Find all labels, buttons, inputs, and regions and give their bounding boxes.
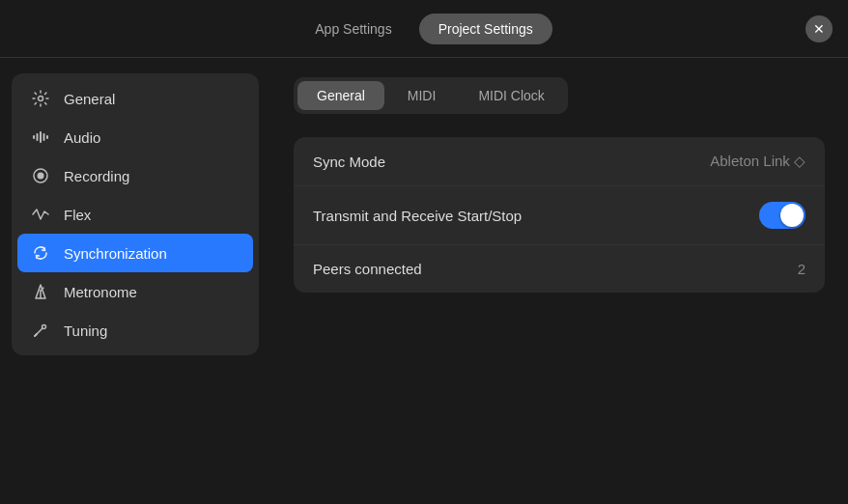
svg-rect-5 <box>46 135 48 139</box>
toggle-container <box>759 202 806 229</box>
sidebar: General Audio <box>0 58 270 504</box>
audio-icon <box>31 127 50 147</box>
transmit-row: Transmit and Receive Start/Stop <box>294 186 825 245</box>
close-button[interactable]: ✕ <box>806 15 833 42</box>
sidebar-label-metronome: Metronome <box>64 284 137 300</box>
svg-point-7 <box>38 173 44 180</box>
peers-value: 2 <box>798 261 806 277</box>
tuning-icon <box>31 321 50 340</box>
metronome-icon <box>31 282 50 301</box>
sidebar-item-audio[interactable]: Audio <box>17 118 253 156</box>
transmit-toggle[interactable] <box>759 202 806 229</box>
main-layout: General Audio <box>0 58 848 504</box>
sidebar-label-flex: Flex <box>64 207 91 223</box>
sidebar-label-synchronization: Synchronization <box>64 245 167 262</box>
sync-mode-row: Sync Mode Ableton Link ◇ <box>294 137 825 186</box>
sidebar-label-audio: Audio <box>64 129 100 146</box>
peers-label: Peers connected <box>313 261 422 277</box>
content-area: General MIDI MIDI Clock Sync Mode Ableto… <box>270 58 848 504</box>
sub-tab-midi-clock[interactable]: MIDI Clock <box>459 81 563 110</box>
svg-rect-2 <box>37 133 39 141</box>
svg-rect-1 <box>33 135 35 139</box>
svg-rect-4 <box>43 133 45 141</box>
sidebar-item-general[interactable]: General <box>17 79 253 118</box>
sidebar-inner: General Audio <box>12 73 259 355</box>
sidebar-item-flex[interactable]: Flex <box>17 195 253 234</box>
sync-mode-label: Sync Mode <box>313 154 385 170</box>
tab-app-settings[interactable]: App Settings <box>296 14 410 44</box>
gear-icon <box>31 89 50 108</box>
sync-mode-value[interactable]: Ableton Link ◇ <box>710 153 806 170</box>
recording-icon <box>31 166 50 185</box>
svg-rect-3 <box>40 131 42 143</box>
svg-point-12 <box>42 325 46 329</box>
svg-point-0 <box>39 97 43 101</box>
sidebar-label-tuning: Tuning <box>64 322 107 339</box>
tab-project-settings[interactable]: Project Settings <box>419 14 552 44</box>
sidebar-item-metronome[interactable]: Metronome <box>17 272 253 311</box>
sub-tabs: General MIDI MIDI Clock <box>294 77 568 114</box>
sidebar-item-synchronization[interactable]: Synchronization <box>17 234 253 272</box>
svg-line-13 <box>35 334 37 336</box>
flex-icon <box>31 205 50 224</box>
sub-tab-general[interactable]: General <box>297 81 384 110</box>
sidebar-label-general: General <box>64 91 115 107</box>
sidebar-label-recording: Recording <box>64 168 129 184</box>
peers-row: Peers connected 2 <box>294 245 825 293</box>
toggle-knob <box>780 204 804 227</box>
top-bar: App Settings Project Settings ✕ <box>0 0 848 58</box>
sidebar-item-recording[interactable]: Recording <box>17 156 253 195</box>
settings-panel: Sync Mode Ableton Link ◇ Transmit and Re… <box>294 137 825 293</box>
sync-icon <box>31 243 50 263</box>
sub-tab-midi[interactable]: MIDI <box>388 81 456 110</box>
main-tabs: App Settings Project Settings <box>296 14 551 44</box>
sidebar-item-tuning[interactable]: Tuning <box>17 311 253 350</box>
transmit-label: Transmit and Receive Start/Stop <box>313 208 522 224</box>
